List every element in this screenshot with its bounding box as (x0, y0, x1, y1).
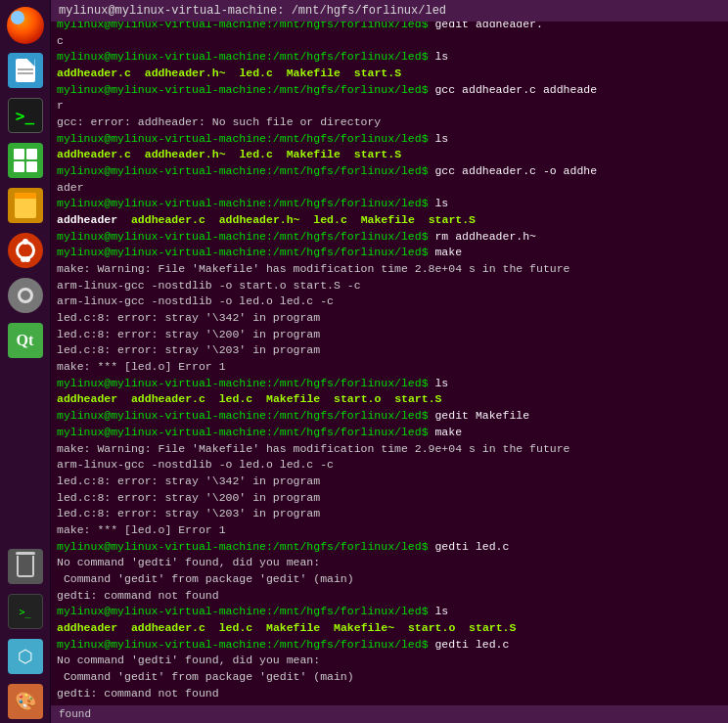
terminal-line: addheader addheader.c addheader.h~ led.c… (57, 212, 722, 229)
usb-icon[interactable]: ⬡ (4, 635, 47, 678)
status-bar: found (51, 705, 728, 723)
terminal-line: mylinux@mylinux-virtual-machine:/mnt/hgf… (57, 196, 722, 212)
terminal-line: led.c:8: error: stray '\203' in program (57, 342, 722, 359)
firefox-icon[interactable] (4, 4, 47, 47)
terminal-line: arm-linux-gcc -nostdlib -o led.o led.c -… (57, 294, 722, 310)
terminal-content[interactable]: mylinux@mylinux-virtual-machine:/mnt/hgf… (51, 22, 728, 705)
archive-icon[interactable] (4, 184, 47, 227)
terminal-line: gedti: command not found (57, 588, 722, 605)
terminal-line: addheader.c addheader.h~ led.c Makefile … (57, 66, 722, 82)
trash-icon[interactable] (4, 545, 47, 588)
terminal-line: make: *** [led.o] Error 1 (57, 359, 722, 376)
terminal-line: mylinux@mylinux-virtual-machine:/mnt/hgf… (57, 163, 722, 180)
terminal-line: c (57, 33, 722, 50)
status-text: found (59, 708, 91, 720)
terminal-line: mylinux@mylinux-virtual-machine:/mnt/hgf… (57, 82, 722, 99)
terminal-line: No command 'gedti' found, did you mean: (57, 653, 722, 669)
settings-icon[interactable] (4, 274, 47, 317)
terminal-line: arm-linux-gcc -nostdlib -o led.o led.c -… (57, 457, 722, 474)
sidebar: >_ (0, 0, 51, 723)
terminal-line: make: *** [led.o] Error 1 (57, 522, 722, 539)
terminal-line: arm-linux-gcc -nostdlib -o start.o start… (57, 278, 722, 294)
terminal-line: mylinux@mylinux-virtual-machine:/mnt/hgf… (57, 425, 722, 441)
terminal-line: led.c:8: error: stray '\342' in program (57, 474, 722, 490)
terminal-line: mylinux@mylinux-virtual-machine:/mnt/hgf… (57, 131, 722, 148)
terminal-line: mylinux@mylinux-virtual-machine:/mnt/hgf… (57, 229, 722, 246)
terminal-line: led.c:8: error: stray '\200' in program (57, 327, 722, 343)
qt-icon[interactable]: Qt (4, 319, 47, 362)
terminal-line: mylinux@mylinux-virtual-machine:/mnt/hgf… (57, 637, 722, 654)
terminal-line: led.c:8: error: stray '\342' in program (57, 310, 722, 327)
cmd-icon[interactable]: >_ (4, 590, 47, 633)
terminal-line: mylinux@mylinux-virtual-machine:/mnt/hgf… (57, 376, 722, 392)
terminal-line: mylinux@mylinux-virtual-machine:/mnt/hgf… (57, 604, 722, 620)
terminal-line: mylinux@mylinux-virtual-machine:/mnt/hgf… (57, 49, 722, 66)
spreadsheet-icon[interactable] (4, 139, 47, 182)
terminal-line: led.c:8: error: stray '\200' in program (57, 490, 722, 507)
terminal-line: Command 'gedit' from package 'gedit' (ma… (57, 669, 722, 686)
terminal-line: addheader addheader.c led.c Makefile Mak… (57, 620, 722, 637)
terminal-line: led.c:8: error: stray '\203' in program (57, 506, 722, 522)
terminal-line: ader (57, 180, 722, 197)
files-icon[interactable] (4, 49, 47, 92)
terminal-line: make: Warning: File 'Makefile' has modif… (57, 441, 722, 458)
terminal-area: mylinux@mylinux-virtual-machine: /mnt/hg… (51, 0, 728, 723)
terminal-line: addheader.c addheader.h~ led.c Makefile … (57, 147, 722, 163)
terminal-line: gedti: command not found (57, 686, 722, 702)
terminal-line: make: Warning: File 'Makefile' has modif… (57, 261, 722, 278)
terminal-line: No command 'gedti' found, did you mean: (57, 555, 722, 571)
ubuntu-icon[interactable] (4, 229, 47, 272)
terminal-line: Command 'gedit' from package 'gedit' (ma… (57, 571, 722, 588)
terminal-line: mylinux@mylinux-virtual-machine:/mnt/hgf… (57, 408, 722, 425)
terminal-line: gcc: error: addheader: No such file or d… (57, 114, 722, 131)
terminal-line: addheader addheader.c led.c Makefile sta… (57, 391, 722, 408)
terminal-line: mylinux@mylinux-virtual-machine:/mnt/hgf… (57, 539, 722, 556)
terminal-line: mylinux@mylinux-virtual-machine:/mnt/hgf… (57, 22, 722, 33)
title-bar: mylinux@mylinux-virtual-machine: /mnt/hg… (51, 0, 728, 22)
terminal-line: r (57, 98, 722, 114)
title-text: mylinux@mylinux-virtual-machine: /mnt/hg… (59, 4, 446, 18)
terminal-icon[interactable]: >_ (4, 94, 47, 137)
paint-icon[interactable]: 🎨 (4, 680, 47, 723)
terminal-line: mylinux@mylinux-virtual-machine:/mnt/hgf… (57, 245, 722, 261)
